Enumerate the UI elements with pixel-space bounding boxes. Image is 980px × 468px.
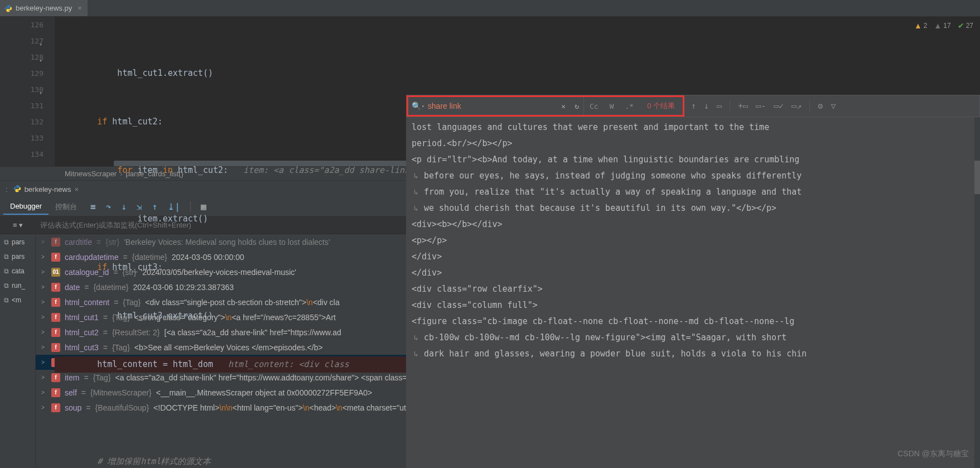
line-number: 128▾ xyxy=(0,49,44,65)
eval-line: <div class="column full"> xyxy=(412,297,974,313)
eval-line: <figure class="cb-image cb-float--none c… xyxy=(412,313,974,330)
expand-icon[interactable]: > xyxy=(41,254,47,260)
check-icon: ✔ xyxy=(958,18,964,34)
find-input-box[interactable]: 🔍▾ share link × ↻ Cc W .* 0 个结果 xyxy=(407,95,684,117)
variable-type: {str} xyxy=(105,238,119,247)
settings-icon[interactable]: ⚙ xyxy=(818,101,823,111)
find-query[interactable]: share link xyxy=(428,102,557,110)
scroll-thumb[interactable] xyxy=(114,161,443,166)
words-toggle[interactable]: W xyxy=(604,97,620,115)
python-icon xyxy=(4,4,12,12)
frames-panel: ⧉pars ⧉pars ⧉cata ⧉run_ ⧉<m xyxy=(0,234,36,468)
line-number: 129 xyxy=(0,65,44,81)
python-icon xyxy=(13,185,21,194)
regex-toggle[interactable]: .* xyxy=(620,97,640,115)
weak-count: 17 xyxy=(943,18,950,34)
v-scrollbar[interactable] xyxy=(974,116,980,468)
history-icon[interactable]: ↻ xyxy=(575,102,579,110)
inspections-widget[interactable]: ▲2 ▲17 ✔27 xyxy=(914,18,973,34)
line-number: 134 xyxy=(0,146,44,162)
eval-line: </div> xyxy=(412,249,974,265)
tab-filename: berkeley-news.py xyxy=(16,4,72,12)
filter-icon[interactable]: ▽ xyxy=(831,101,836,111)
editor-tab-bar: berkeley-news.py × xyxy=(0,0,980,17)
eval-line: <div class="row clearfix"> xyxy=(412,281,974,297)
export-icon[interactable]: ▭↗ xyxy=(791,101,802,111)
line-number: 133 xyxy=(0,130,44,146)
frame[interactable]: ⧉cata xyxy=(0,266,35,277)
ok-count: 27 xyxy=(966,18,973,34)
eval-line: lost languages and cultures that were pr… xyxy=(412,119,974,136)
add-selection-icon[interactable]: +▭ xyxy=(738,101,748,111)
select-occur-icon[interactable]: ▭✓ xyxy=(774,101,784,111)
eval-line: dark hair and glasses, wearing a powder … xyxy=(412,346,974,362)
expand-icon[interactable]: > xyxy=(41,329,47,335)
eval-line: period.<br/></b></p> xyxy=(412,136,974,152)
line-number: 131 xyxy=(0,98,44,114)
eval-line: <div><b></b></div> xyxy=(412,216,974,233)
search-icon: 🔍 xyxy=(412,102,422,110)
find-popup: 🔍▾ share link × ↻ Cc W .* 0 个结果 ↑ ↓ ▭ +▭… xyxy=(406,95,980,117)
expand-icon[interactable]: > xyxy=(41,284,47,290)
chevron-down-icon[interactable]: ▾ xyxy=(422,104,424,109)
tab-debugger[interactable]: Debugger xyxy=(3,199,49,215)
eval-line: cb-100w cb-100w--md cb-100w--lg new-figu… xyxy=(412,330,974,346)
frame-icon: ⧉ xyxy=(2,267,10,275)
line-number: 132 xyxy=(0,114,44,130)
next-match-icon[interactable]: ↓ xyxy=(704,101,709,111)
expand-icon[interactable]: > xyxy=(41,359,47,365)
frame-icon: ⧉ xyxy=(2,238,10,246)
frame[interactable]: ⧉<m xyxy=(0,295,35,306)
clear-icon[interactable]: × xyxy=(561,102,566,110)
prev-match-icon[interactable]: ↑ xyxy=(691,101,696,111)
close-icon[interactable]: × xyxy=(78,4,82,12)
evaluate-result-view[interactable]: lost languages and cultures that were pr… xyxy=(406,116,980,468)
frame[interactable]: ⧉pars xyxy=(0,251,35,262)
eval-line: from you, realize that "it's actually a … xyxy=(412,184,974,200)
eval-line: </div> xyxy=(412,265,974,281)
line-number: 130▾ xyxy=(0,81,44,98)
warning-icon: ▲ xyxy=(914,18,922,34)
match-case-toggle[interactable]: Cc xyxy=(583,97,604,115)
select-all-icon[interactable]: ▭ xyxy=(717,101,722,111)
scroll-thumb[interactable] xyxy=(974,161,980,194)
expand-icon[interactable]: > xyxy=(41,389,47,395)
expand-icon[interactable]: > xyxy=(41,299,47,305)
line-number: 126 xyxy=(0,17,44,33)
equals: = xyxy=(96,238,101,247)
result-count: 0 个结果 xyxy=(639,101,683,111)
variable-kind-icon: f xyxy=(51,238,60,247)
warn-count: 2 xyxy=(924,18,928,34)
variable-name: cardtitle xyxy=(65,238,92,247)
frame-icon: ⧉ xyxy=(2,282,10,290)
expand-icon[interactable]: > xyxy=(41,239,47,245)
expand-icon[interactable]: > xyxy=(41,269,47,275)
remove-selection-icon[interactable]: ▭- xyxy=(756,101,766,111)
eval-line: we should cherish that because it's beau… xyxy=(412,200,974,216)
eval-line: before our eyes, he says, instead of jud… xyxy=(412,168,974,184)
eval-line: <p dir="ltr"><b>And today, at a time whe… xyxy=(412,152,974,168)
expand-icon[interactable]: > xyxy=(41,314,47,320)
frame[interactable]: ⧉pars xyxy=(0,237,35,248)
line-number: 127▾ xyxy=(0,33,44,49)
eval-line: <p></p> xyxy=(412,233,974,249)
variable-value: 'Berkeley Voices: Medieval song holds cl… xyxy=(124,238,330,247)
editor-tab[interactable]: berkeley-news.py × xyxy=(0,0,88,16)
code-line: html_cut1.extract() xyxy=(55,65,980,81)
frame[interactable]: ⧉run_ xyxy=(0,280,35,291)
find-bar: 🔍▾ share link × ↻ Cc W .* 0 个结果 ↑ ↓ ▭ +▭… xyxy=(407,95,979,117)
frame-icon: ⧉ xyxy=(2,253,10,260)
expand-icon[interactable]: > xyxy=(41,344,47,350)
expand-icon[interactable]: > xyxy=(41,404,47,411)
weak-warning-icon: ▲ xyxy=(934,18,942,34)
watermark: CSDN @东离与糖宝 xyxy=(897,449,969,459)
expand-icon[interactable]: > xyxy=(41,374,47,380)
gutter: 126 127▾ 128▾ 129 130▾ 131 132 133 134 xyxy=(0,17,55,166)
layout-menu[interactable]: ≡ ▾ xyxy=(0,221,36,229)
frame-icon: ⧉ xyxy=(2,296,10,304)
